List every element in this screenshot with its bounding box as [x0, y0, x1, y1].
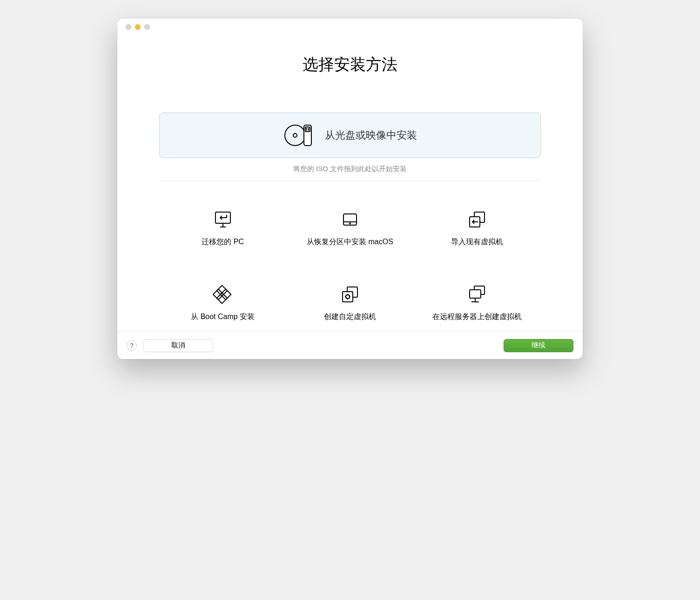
option-label: 从 Boot Camp 安装: [191, 312, 255, 322]
svg-rect-32: [470, 290, 481, 298]
svg-line-30: [346, 298, 346, 299]
install-from-bootcamp-option[interactable]: 从 Boot Camp 安装: [164, 284, 282, 322]
divider: [159, 181, 541, 181]
custom-vm-icon: [340, 284, 360, 305]
option-label: 导入现有虚拟机: [451, 237, 503, 247]
minimize-window-button[interactable]: [135, 24, 141, 30]
option-label: 从恢复分区中安装 macOS: [307, 237, 393, 247]
installer-window: 选择安装方法 从光盘或映像中安装 将您的 ISO 文件拖到此处以开始安装: [117, 19, 583, 359]
option-label: 创建自定虚拟机: [324, 312, 376, 322]
bootcamp-icon: [213, 284, 233, 305]
svg-line-27: [346, 295, 346, 295]
option-label: 迁移您的 PC: [202, 237, 244, 247]
migrate-pc-icon: [213, 209, 233, 230]
disc-usb-icon: [283, 122, 316, 148]
footer: ? 取消 继续: [117, 331, 583, 359]
close-window-button[interactable]: [126, 24, 131, 30]
continue-button[interactable]: 继续: [504, 339, 573, 352]
svg-rect-18: [213, 289, 223, 300]
svg-point-0: [285, 125, 305, 146]
create-remote-vm-option[interactable]: 在远程服务器上创建虚拟机: [418, 284, 536, 322]
titlebar: [117, 19, 583, 35]
content-area: 选择安装方法 从光盘或映像中安装 将您的 ISO 文件拖到此处以开始安装: [117, 35, 583, 331]
maximize-window-button[interactable]: [144, 24, 150, 30]
svg-rect-21: [343, 292, 353, 302]
svg-line-29: [349, 295, 350, 295]
svg-rect-19: [220, 289, 231, 300]
option-label: 在远程服务器上创建虚拟机: [432, 312, 522, 322]
cancel-button[interactable]: 取消: [143, 339, 213, 352]
svg-point-12: [350, 223, 350, 224]
svg-point-1: [293, 133, 297, 137]
page-title: 选择安装方法: [159, 54, 541, 75]
svg-rect-16: [216, 286, 227, 296]
install-from-disc-or-image-option[interactable]: 从光盘或映像中安装: [159, 113, 541, 158]
svg-rect-17: [216, 293, 227, 304]
remote-vm-icon: [467, 284, 487, 305]
primary-option-label: 从光盘或映像中安装: [325, 128, 417, 142]
import-existing-vm-option[interactable]: 导入现有虚拟机: [418, 209, 536, 247]
recovery-disk-icon: [340, 209, 360, 230]
help-button[interactable]: ?: [127, 340, 137, 351]
svg-line-28: [349, 298, 350, 299]
migrate-pc-option[interactable]: 迁移您的 PC: [164, 209, 282, 247]
secondary-options-grid: 迁移您的 PC 从恢复分区中安装 macOS: [159, 209, 541, 322]
install-macos-recovery-option[interactable]: 从恢复分区中安装 macOS: [291, 209, 409, 247]
import-vm-icon: [467, 209, 487, 230]
create-custom-vm-option[interactable]: 创建自定虚拟机: [291, 284, 409, 322]
drag-iso-hint: 将您的 ISO 文件拖到此处以开始安装: [159, 165, 541, 173]
